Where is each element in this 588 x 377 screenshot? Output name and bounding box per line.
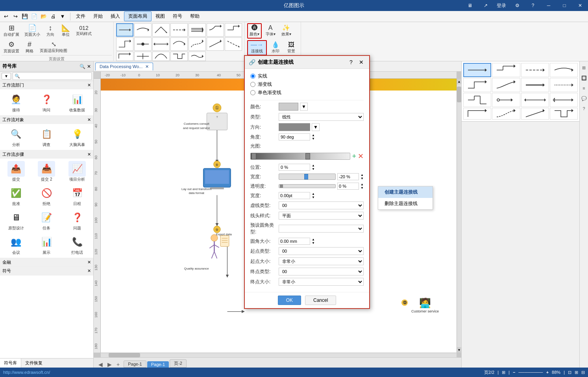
scroll-pages-right[interactable]: ▶: [106, 361, 113, 368]
window-icon-1[interactable]: 🖥: [462, 0, 478, 11]
font-btn[interactable]: A 字体▾: [263, 23, 277, 39]
customer-service-element[interactable]: 🧑‍💻 Customer service ⑬: [405, 298, 445, 313]
zoom-slider[interactable]: ────────: [518, 370, 543, 375]
redo-btn[interactable]: ↪: [11, 12, 20, 21]
lib-item-meeting[interactable]: 👥 会议: [2, 233, 31, 256]
menu-insert[interactable]: 插入: [107, 12, 124, 21]
corner-spin[interactable]: ▲▼: [312, 238, 315, 245]
dialog-help-btn[interactable]: ?: [347, 58, 355, 66]
dash-select[interactable]: 00: [279, 201, 364, 209]
transparency-input[interactable]: [337, 183, 359, 190]
rp-connector-4[interactable]: [550, 63, 578, 77]
page-tab-1[interactable]: Page-1: [124, 360, 146, 368]
connector-style-1[interactable]: [116, 23, 133, 37]
search-icon-btn[interactable]: 🔍: [80, 64, 85, 69]
status-url[interactable]: http://www.edrawsoft.cn/: [3, 370, 50, 375]
lib-item-reject[interactable]: 🚫 拒绝: [32, 185, 61, 207]
lib-item-brainstorm[interactable]: 💡 大脑风暴: [63, 126, 92, 148]
page-tab-active[interactable]: Page-1: [147, 361, 169, 368]
scroll-pages-left[interactable]: ◀: [97, 361, 104, 368]
color-swatch[interactable]: [279, 103, 298, 111]
undo-btn[interactable]: ↩: [2, 12, 10, 21]
connector-style-7[interactable]: [225, 23, 242, 37]
zoom-out-btn[interactable]: −: [513, 370, 515, 375]
lib-item-inquire[interactable]: ❓ 询问: [32, 91, 61, 114]
fit-page-btn[interactable]: ⤡ 页面适应到绘图: [38, 40, 69, 55]
lib-item-receive[interactable]: 🧑‍💼 接待: [2, 91, 31, 114]
menu-start[interactable]: 开始: [89, 12, 107, 21]
direction-swatch[interactable]: [279, 123, 310, 131]
page-code-btn[interactable]: 012 页码样式: [74, 24, 94, 38]
lib-item-collect[interactable]: 📊 收集数据: [63, 91, 92, 114]
radio-mono-input[interactable]: [250, 90, 255, 95]
rp-connector-12[interactable]: [550, 93, 578, 107]
direction-dropdown-btn[interactable]: ▼: [312, 123, 320, 131]
connector-style-17[interactable]: [152, 52, 170, 61]
connector-style-6[interactable]: [207, 23, 224, 37]
auto-expand-btn[interactable]: ⊞ 自动扩展: [2, 23, 21, 39]
lib-item-call[interactable]: 📞 打电话: [63, 233, 92, 256]
end-type-select[interactable]: 00: [279, 268, 364, 275]
window-login[interactable]: 登录: [494, 0, 509, 11]
watermark-btn[interactable]: 💧 水印: [268, 40, 283, 55]
lib-item-issue[interactable]: ❓ 问题: [63, 209, 92, 232]
transparency-handle[interactable]: [280, 185, 283, 188]
close-lib-btn[interactable]: ✕: [87, 64, 91, 69]
canvas-tab-active[interactable]: Data Processing Wo... ✕: [95, 63, 153, 70]
width-input[interactable]: [337, 173, 359, 180]
add-page-btn[interactable]: +: [115, 361, 121, 368]
grid-icon[interactable]: ⊞: [502, 370, 505, 375]
section-steps-header[interactable]: 工作流步骤 ✕: [0, 150, 93, 159]
connector-style-15[interactable]: [116, 52, 133, 61]
section-close-icon[interactable]: ✕: [87, 83, 91, 88]
window-minimize[interactable]: ─: [541, 0, 557, 11]
grid-view-btn[interactable]: ⊟: [581, 370, 585, 375]
side-icon-5[interactable]: ?: [580, 105, 588, 113]
zoom-in-btn[interactable]: +: [546, 370, 549, 375]
menu-page-layout[interactable]: 页面布局: [124, 11, 152, 21]
lib-item-survey[interactable]: 📋 调查: [32, 126, 61, 148]
save-btn[interactable]: 💾: [20, 12, 29, 21]
section-obj-close[interactable]: ✕: [87, 117, 91, 122]
print-btn[interactable]: 🖨: [49, 12, 57, 21]
transparency-spin[interactable]: ▲▼: [361, 183, 364, 190]
menu-file[interactable]: 文件: [72, 12, 89, 21]
width2-input[interactable]: [279, 192, 310, 199]
lib-tab-recovery[interactable]: 文件恢复: [21, 359, 46, 368]
v-scrollbar[interactable]: ▲ ▼: [457, 79, 461, 353]
lib-item-submit[interactable]: 📤 提交: [2, 160, 31, 183]
connector-style-4[interactable]: [170, 23, 188, 37]
corner-preset-select[interactable]: [279, 225, 364, 233]
section-finance-header[interactable]: 金融 ✕: [0, 258, 93, 266]
lib-item-schedule[interactable]: 📅 日程: [63, 185, 92, 207]
radio-gradient-input[interactable]: [250, 82, 255, 87]
menu-symbol[interactable]: 符号: [169, 12, 186, 21]
lib-item-task[interactable]: 📝 任务: [32, 209, 61, 232]
window-share[interactable]: ↗: [478, 0, 494, 11]
dialog-close-btn[interactable]: ✕: [357, 58, 365, 66]
color-dropdown-btn[interactable]: ▼: [300, 103, 308, 111]
bg-btn[interactable]: 🖼 背景: [284, 40, 298, 55]
rp-connector-5[interactable]: [463, 78, 491, 92]
section-obj-header[interactable]: 工作流对象 ✕: [0, 116, 93, 124]
angle-input[interactable]: [279, 133, 310, 140]
rp-connector-9[interactable]: [463, 93, 491, 107]
type-select[interactable]: 线性 曲线: [279, 113, 364, 121]
effect-btn[interactable]: ✨ 效果▾: [279, 23, 293, 39]
rp-connector-3[interactable]: [521, 63, 549, 77]
normal-btn[interactable]: ⊞: [575, 370, 578, 375]
width-slider-handle[interactable]: [304, 174, 308, 179]
light-slider-track[interactable]: [250, 153, 350, 160]
lib-item-prototype[interactable]: 🖥 原型设计: [2, 209, 31, 232]
lib-item-submit2[interactable]: 📥 提交 2: [32, 160, 61, 183]
window-settings[interactable]: ⚙: [509, 0, 525, 11]
connector-style-16[interactable]: [134, 52, 152, 61]
angle-spin-up[interactable]: ▲▼: [312, 133, 315, 140]
connector-btn[interactable]: —→ 连接线: [247, 40, 267, 55]
rp-connector-11[interactable]: [521, 93, 549, 107]
scroll-up-btn[interactable]: ▲: [457, 79, 461, 84]
start-type-select[interactable]: 00: [279, 247, 364, 255]
width-slider-track[interactable]: [279, 174, 336, 180]
end-size-select[interactable]: 非常小 小 中 大: [279, 278, 364, 286]
rp-connector-15[interactable]: [521, 108, 549, 120]
